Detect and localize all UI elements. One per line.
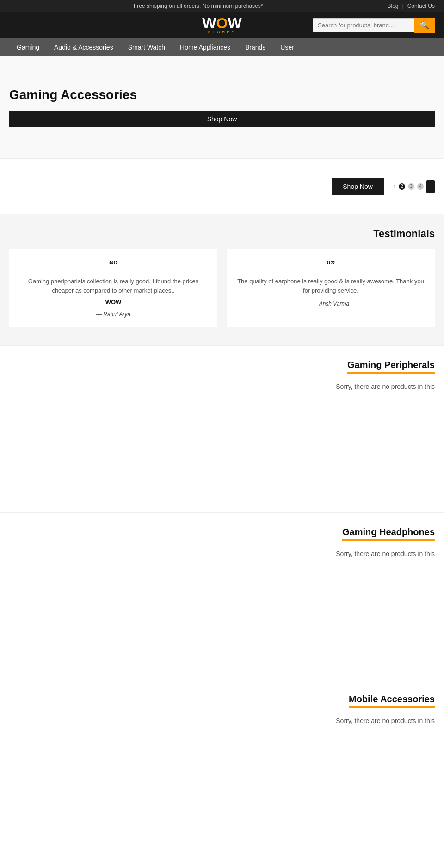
logo-o: O bbox=[216, 15, 228, 31]
contact-link[interactable]: Contact Us bbox=[407, 3, 435, 9]
mobile-accessories-section: Mobile Accessories Sorry, there are no p… bbox=[0, 680, 444, 847]
logo-link[interactable]: WOW STORES bbox=[202, 16, 241, 34]
hero-banner: Gaming Accessories Shop Now bbox=[0, 56, 444, 158]
top-bar: Free shipping on all orders. No minimum … bbox=[0, 0, 444, 12]
divider: | bbox=[402, 3, 404, 9]
mobile-accessories-title: Mobile Accessories bbox=[349, 694, 435, 708]
carousel-dots: 1 2 3 4 bbox=[393, 180, 435, 193]
testimonial-card-1: “” Gaming pheripharials collection is re… bbox=[9, 249, 217, 327]
gaming-peripherals-title: Gaming Peripherals bbox=[347, 360, 435, 374]
hero-shop-now-button[interactable]: Shop Now bbox=[9, 111, 435, 127]
nav-gaming[interactable]: Gaming bbox=[9, 38, 47, 56]
testimonial-card-2: “” The quality of earphone is really goo… bbox=[227, 249, 435, 327]
dot-4[interactable]: 4 bbox=[417, 183, 424, 190]
footer-spacer bbox=[0, 847, 444, 868]
gaming-headphones-section: Gaming Headphones Sorry, there are no pr… bbox=[0, 513, 444, 680]
logo-w2: W bbox=[228, 15, 241, 31]
testimonial-brand-1: WOW bbox=[18, 299, 208, 306]
logo-stores: STORES bbox=[208, 30, 236, 34]
nav-home-appliances[interactable]: Home Appliances bbox=[173, 38, 238, 56]
nav-audio[interactable]: Audio & Accessories bbox=[47, 38, 121, 56]
logo-text: WOW bbox=[202, 16, 241, 31]
gaming-headphones-title: Gaming Headphones bbox=[342, 527, 435, 541]
nav-user[interactable]: User bbox=[273, 38, 302, 56]
main-nav: Gaming Audio & Accessories Smart Watch H… bbox=[0, 38, 444, 56]
gaming-headphones-empty: Sorry, there are no products in this bbox=[9, 550, 435, 557]
nav-brands[interactable]: Brands bbox=[238, 38, 273, 56]
hero-title: Gaming Accessories bbox=[9, 87, 435, 102]
search-bar: 🔍 bbox=[313, 18, 435, 33]
search-input[interactable] bbox=[313, 18, 414, 32]
dot-3[interactable]: 3 bbox=[408, 183, 414, 190]
nav-smartwatch[interactable]: Smart Watch bbox=[121, 38, 173, 56]
gaming-peripherals-section: Gaming Peripherals Sorry, there are no p… bbox=[0, 346, 444, 512]
testimonials-section: Testimonials “” Gaming pheripharials col… bbox=[0, 214, 444, 345]
logo-w: W bbox=[202, 15, 216, 31]
second-shop-now-button[interactable]: Shop Now bbox=[332, 178, 384, 195]
testimonial-author-2: — Ansh Varma bbox=[236, 300, 426, 307]
gaming-peripherals-empty: Sorry, there are no products in this bbox=[9, 383, 435, 390]
testimonials-grid: “” Gaming pheripharials collection is re… bbox=[9, 249, 435, 327]
search-button[interactable]: 🔍 bbox=[414, 18, 435, 33]
dot-1-label: 1 bbox=[393, 184, 396, 189]
testimonials-title: Testimonials bbox=[9, 228, 435, 240]
testimonial-author-1: — Rahul Arya bbox=[18, 311, 208, 318]
quote-mark-1: “” bbox=[18, 258, 208, 273]
top-links: Blog | Contact Us bbox=[387, 3, 435, 9]
mobile-accessories-empty: Sorry, there are no products in this bbox=[9, 717, 435, 724]
testimonial-text-2: The quality of earphone is really good &… bbox=[236, 277, 426, 295]
quote-mark-2: “” bbox=[236, 258, 426, 273]
carousel-active-bar bbox=[426, 180, 435, 193]
testimonial-text-1: Gaming pheripharials collection is reall… bbox=[18, 277, 208, 295]
second-banner: Shop Now 1 2 3 4 bbox=[0, 158, 444, 214]
dot-2[interactable]: 2 bbox=[399, 183, 405, 190]
search-icon: 🔍 bbox=[420, 21, 429, 29]
blog-link[interactable]: Blog bbox=[387, 3, 398, 9]
shipping-notice: Free shipping on all orders. No minimum … bbox=[9, 3, 387, 9]
header: WOW STORES 🔍 bbox=[0, 12, 444, 38]
